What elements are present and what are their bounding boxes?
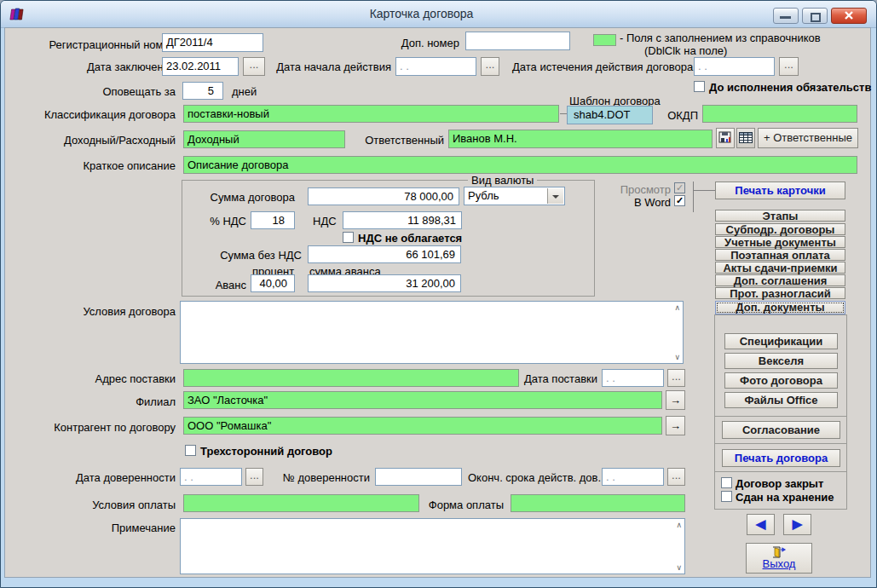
panel-divider-2 [715, 443, 846, 444]
start-date-field[interactable]: . . [395, 57, 476, 76]
payment-form-field[interactable] [511, 494, 685, 512]
archived-checkbox[interactable] [721, 491, 732, 502]
panel-divider-1 [715, 416, 846, 417]
start-date-browse-button[interactable]: ... [481, 57, 499, 76]
dropdown-button[interactable] [547, 188, 563, 204]
chevron-down-icon [552, 195, 559, 199]
counterparty-field[interactable]: ООО "Ромашка" [183, 417, 662, 435]
conclusion-date-browse-button[interactable]: ... [243, 57, 265, 76]
note-textarea[interactable]: ∧ ∨ [180, 518, 685, 574]
expiry-date-field[interactable]: . . [694, 57, 775, 76]
stages-button[interactable]: Этапы [715, 210, 845, 222]
additional-docs-button[interactable]: Доп. документы [715, 301, 845, 314]
exit-button[interactable]: Выход [746, 543, 812, 574]
close-button[interactable] [831, 8, 867, 24]
exit-label: Выход [763, 557, 796, 570]
contract-terms-label: Условия договора [8, 305, 176, 318]
okdp-field[interactable] [702, 105, 857, 123]
approval-button[interactable]: Согласование [722, 421, 840, 439]
scroll-up-icon[interactable]: ∧ [676, 521, 682, 529]
classification-field[interactable]: поставки-новый [183, 105, 559, 123]
prev-record-button[interactable]: ◀ [747, 514, 775, 535]
contract-sum-field[interactable]: 78 000,00 [308, 187, 459, 205]
delivery-address-label: Адрес поставки [8, 372, 176, 385]
poa-end-browse-button[interactable]: ... [667, 468, 685, 486]
scroll-down-icon[interactable]: ∨ [674, 353, 680, 361]
poa-end-field[interactable]: . . [602, 468, 664, 486]
prev-arrow-icon: ◀ [756, 516, 766, 531]
contract-card-window: Карточка договора Регистрационный номер … [0, 0, 877, 588]
promissory-notes-button[interactable]: Векселя [724, 353, 838, 369]
office-files-button[interactable]: Файлы Office [724, 392, 838, 408]
notify-label: Оповещать за [52, 85, 176, 98]
specifications-button[interactable]: Спецификации [724, 333, 838, 349]
payment-terms-field[interactable] [183, 494, 419, 512]
legend-line1: - Поля с заполнением из справочников [620, 32, 821, 44]
legend-line2: (DblClk на поле) [644, 44, 727, 57]
sum-no-vat-field[interactable]: 66 101,69 [308, 245, 461, 263]
income-expense-label: Доходный/Расходный [8, 134, 176, 147]
print-contract-button[interactable]: Печать договора [722, 449, 840, 467]
income-expense-field[interactable]: Доходный [183, 130, 345, 148]
reg-number-field[interactable]: ДГ2011/4 [162, 33, 263, 52]
tripartite-checkbox[interactable] [185, 445, 196, 456]
titlebar: Карточка договора [1, 1, 876, 28]
responsible-table-button[interactable] [736, 128, 755, 148]
addendums-button[interactable]: Доп. соглашения [715, 274, 845, 286]
table-icon [739, 132, 753, 143]
currency-combobox[interactable]: Рубль [464, 187, 565, 205]
advance-percent-field[interactable]: 40,00 [251, 274, 295, 292]
notify-days-field[interactable]: 5 [182, 82, 223, 100]
until-fulfillment-checkbox[interactable] [694, 81, 705, 92]
subcontracts-button[interactable]: Субподр. договоры [715, 223, 845, 235]
contract-terms-textarea[interactable]: ∧ ∨ [180, 301, 684, 364]
restore-icon [811, 13, 821, 22]
poa-date-field[interactable]: . . [180, 468, 242, 486]
branch-open-button[interactable]: → [666, 390, 685, 410]
delivery-date-label: Дата поставки [521, 372, 597, 385]
disagreement-protocols-button[interactable]: Прот. разногласий [715, 287, 845, 299]
poa-date-browse-button[interactable]: ... [245, 468, 263, 486]
counterparty-open-button[interactable]: → [666, 416, 685, 435]
contract-photo-button[interactable]: Фото договора [724, 372, 838, 389]
restore-button[interactable] [802, 8, 828, 24]
print-card-button[interactable]: Печать карточки [715, 182, 845, 199]
vat-percent-label: % НДС [197, 215, 246, 228]
preview-checkbox[interactable]: ✓ [674, 182, 685, 193]
delivery-date-browse-button[interactable]: ... [667, 369, 685, 387]
extra-number-field[interactable] [465, 32, 570, 50]
word-checkbox[interactable]: ✓ [674, 195, 685, 206]
accounting-docs-button[interactable]: Учетные документы [715, 236, 845, 248]
conclusion-date-field[interactable]: 23.02.2011 [162, 57, 239, 76]
vat-percent-field[interactable]: 18 [251, 211, 295, 229]
connector-hline [694, 190, 715, 191]
staged-payment-button[interactable]: Поэтапная оплата [715, 249, 845, 261]
next-record-button[interactable]: ▶ [783, 514, 811, 535]
vat-field[interactable]: 11 898,31 [343, 211, 462, 229]
minimize-button[interactable] [773, 8, 799, 24]
expiry-date-browse-button[interactable]: ... [779, 57, 799, 76]
expiry-date-label: Дата истечения действия договора [512, 61, 689, 73]
currency-group-caption: Вид валюты [468, 174, 537, 187]
advance-label: Аванс [197, 279, 246, 291]
short-description-field[interactable]: Описание договора [183, 156, 857, 174]
save-icon [718, 131, 732, 144]
acceptance-acts-button[interactable]: Акты сдачи-приемки [715, 262, 845, 274]
branch-field[interactable]: ЗАО "Ласточка" [183, 391, 662, 409]
contract-closed-checkbox[interactable] [721, 477, 732, 488]
sum-no-vat-label: Сумма без НДС [204, 249, 302, 262]
save-responsible-button[interactable] [716, 128, 735, 148]
poa-number-field[interactable] [375, 468, 462, 486]
add-responsible-button[interactable]: + Ответственные [758, 128, 858, 148]
delivery-date-field[interactable]: . . [602, 369, 664, 387]
vat-exempt-checkbox[interactable] [343, 232, 354, 243]
scroll-up-icon[interactable]: ∧ [674, 303, 680, 312]
archived-label: Сдан на хранение [736, 491, 834, 504]
connector-vline [693, 182, 694, 212]
responsible-field[interactable]: Иванов М.Н. [448, 130, 713, 148]
scroll-down-icon[interactable]: ∨ [676, 563, 682, 572]
vat-exempt-label: НДС не облагается [358, 232, 462, 245]
delivery-address-field[interactable] [183, 369, 519, 387]
poa-end-label: Оконч. срока действ. дов. [468, 471, 595, 484]
advance-sum-field[interactable]: 31 200,00 [308, 274, 461, 292]
